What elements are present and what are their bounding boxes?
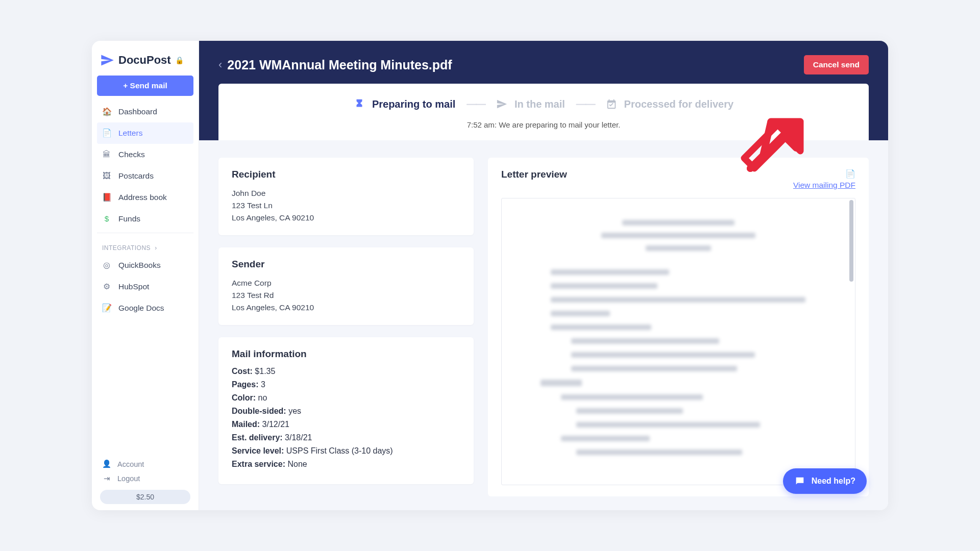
recipient-name: John Doe xyxy=(232,189,265,197)
user-icon: 👤 xyxy=(102,460,111,468)
mailinfo-est-delivery-label: Est. delivery: xyxy=(232,433,283,442)
mailinfo-service-level-label: Service level: xyxy=(232,446,284,455)
bank-icon: 🏛 xyxy=(102,150,111,159)
status-message: 7:52 am: We are preparing to mail your l… xyxy=(234,120,853,129)
paper-plane-icon xyxy=(100,53,114,67)
mailinfo-double-sided-label: Double-sided: xyxy=(232,407,286,415)
mailinfo-service-level-value: USPS First Class (3-10 days) xyxy=(286,446,393,455)
status-step-preparing: Preparing to mail xyxy=(354,98,455,110)
sidebar-item-hubspot[interactable]: ⚙ HubSpot xyxy=(97,276,193,297)
status-step-inmail: In the mail xyxy=(496,98,565,110)
home-icon: 🏠 xyxy=(102,107,111,116)
sender-line1: 123 Test Rd xyxy=(232,291,274,299)
step-separator: ── xyxy=(576,96,595,112)
sidebar-item-account[interactable]: 👤 Account xyxy=(97,457,193,471)
sidebar-item-label: Address book xyxy=(118,193,167,202)
file-icon: 📄 xyxy=(102,129,111,138)
mailinfo-extra-service-label: Extra service: xyxy=(232,460,285,468)
recipient-line1: 123 Test Ln xyxy=(232,201,273,210)
sidebar-item-label: HubSpot xyxy=(118,282,149,291)
sender-name: Acme Corp xyxy=(232,279,272,287)
sidebar-item-quickbooks[interactable]: ◎ QuickBooks xyxy=(97,255,193,276)
sidebar-item-logout[interactable]: ⇥ Logout xyxy=(97,471,193,486)
chevron-right-icon: › xyxy=(155,244,157,252)
recipient-title: Recipient xyxy=(232,169,460,180)
back-chevron-icon[interactable]: ‹ xyxy=(218,58,222,71)
mailinfo-card: Mail information Cost: $1.35 Pages: 3 Co… xyxy=(218,337,474,484)
sidebar-item-addressbook[interactable]: 📕 Address book xyxy=(97,187,193,208)
sidebar-item-label: Letters xyxy=(118,129,142,138)
sidebar-item-label: Google Docs xyxy=(118,304,164,313)
recipient-card: Recipient John Doe 123 Test Ln Los Angel… xyxy=(218,158,474,235)
sender-card: Sender Acme Corp 123 Test Rd Los Angeles… xyxy=(218,247,474,325)
balance-pill[interactable]: $2.50 xyxy=(100,490,190,504)
mailinfo-title: Mail information xyxy=(232,348,460,360)
sidebar-item-letters[interactable]: 📄 Letters xyxy=(97,122,193,144)
mailinfo-cost-value: $1.35 xyxy=(255,367,275,375)
chat-icon xyxy=(794,475,805,487)
calendar-check-icon xyxy=(606,98,617,110)
image-icon: 🖼 xyxy=(102,171,111,181)
hourglass-icon xyxy=(354,98,365,110)
preview-title: Letter preview xyxy=(501,169,567,180)
mailinfo-double-sided-value: yes xyxy=(288,407,301,415)
sender-line2: Los Angeles, CA 90210 xyxy=(232,303,314,312)
mailinfo-mailed-value: 3/12/21 xyxy=(262,420,289,429)
sender-title: Sender xyxy=(232,259,460,270)
integrations-section-label: INTEGRATIONS › xyxy=(97,233,193,255)
sidebar-item-label: Postcards xyxy=(118,171,154,181)
sidebar-item-googledocs[interactable]: 📝 Google Docs xyxy=(97,297,193,319)
help-button[interactable]: Need help? xyxy=(783,468,867,494)
status-step-processed: Processed for delivery xyxy=(606,98,734,110)
preview-card: Letter preview 📄 View mailing PDF xyxy=(488,158,869,496)
sidebar-item-label: Dashboard xyxy=(118,107,157,116)
brand-logo: DocuPost 🔒 xyxy=(97,51,193,76)
recipient-line2: Los Angeles, CA 90210 xyxy=(232,213,314,222)
sidebar-item-funds[interactable]: $ Funds xyxy=(97,208,193,230)
mailinfo-mailed-label: Mailed: xyxy=(232,420,260,429)
send-icon xyxy=(496,98,507,110)
sidebar-item-label: Checks xyxy=(118,150,145,159)
letter-preview-frame[interactable] xyxy=(501,198,855,485)
mailinfo-est-delivery-value: 3/18/21 xyxy=(285,433,312,442)
lock-icon: 🔒 xyxy=(175,56,184,64)
step-separator: ── xyxy=(467,96,485,112)
mailinfo-cost-label: Cost: xyxy=(232,367,253,375)
pdf-icon: 📄 xyxy=(845,169,855,178)
sidebar-item-label: Account xyxy=(117,460,144,468)
mailinfo-pages-label: Pages: xyxy=(232,380,258,389)
googledocs-icon: 📝 xyxy=(102,304,111,313)
cancel-send-button[interactable]: Cancel send xyxy=(804,55,869,74)
sidebar-item-checks[interactable]: 🏛 Checks xyxy=(97,144,193,165)
quickbooks-icon: ◎ xyxy=(102,261,111,270)
mailinfo-color-value: no xyxy=(258,393,267,402)
mailinfo-extra-service-value: None xyxy=(287,460,307,468)
logout-icon: ⇥ xyxy=(102,474,111,483)
mailinfo-pages-value: 3 xyxy=(261,380,265,389)
brand-name: DocuPost xyxy=(118,54,171,67)
sidebar-item-postcards[interactable]: 🖼 Postcards xyxy=(97,165,193,187)
sidebar-item-label: Funds xyxy=(118,214,140,223)
page-title: 2021 WMAnnual Meeting Minutes.pdf xyxy=(227,58,452,72)
send-mail-button[interactable]: + Send mail xyxy=(97,76,193,96)
hubspot-icon: ⚙ xyxy=(102,282,111,291)
scrollbar-thumb[interactable] xyxy=(849,200,853,282)
help-label: Need help? xyxy=(812,477,855,486)
sidebar-item-dashboard[interactable]: 🏠 Dashboard xyxy=(97,101,193,122)
sidebar-item-label: QuickBooks xyxy=(118,261,161,270)
addressbook-icon: 📕 xyxy=(102,193,111,202)
status-card: Preparing to mail ── In the mail ── xyxy=(218,84,869,140)
dollar-icon: $ xyxy=(102,214,111,223)
sidebar-item-label: Logout xyxy=(117,474,140,483)
mailinfo-color-label: Color: xyxy=(232,393,256,402)
view-mailing-pdf-link[interactable]: View mailing PDF xyxy=(793,181,855,190)
